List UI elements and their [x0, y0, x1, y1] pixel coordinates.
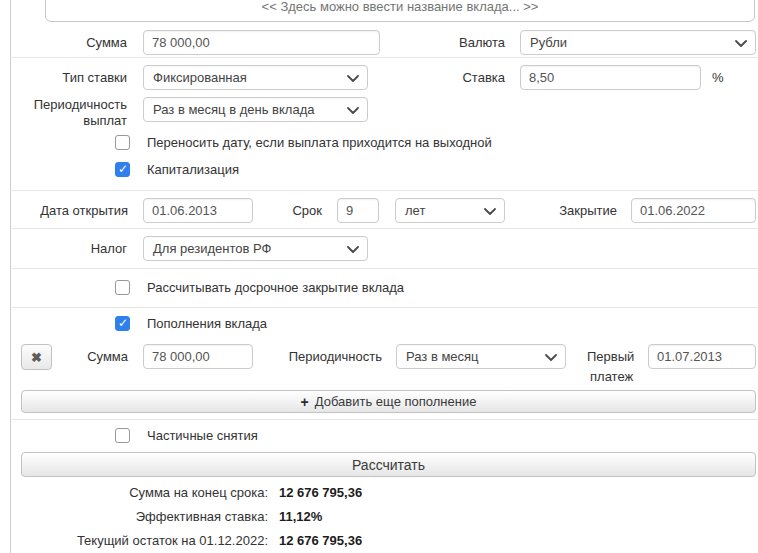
- chevron-down-icon: [545, 354, 557, 362]
- section-divider: [10, 268, 758, 269]
- remove-replenishment-button[interactable]: ✖: [21, 344, 52, 370]
- payout-frequency-select[interactable]: Раз в месяц в день вклада: [143, 97, 368, 122]
- section-divider: [10, 57, 758, 58]
- result-effective-rate-value: 11,12%: [279, 509, 322, 524]
- capitalization-checkbox[interactable]: [115, 162, 130, 177]
- add-replenishment-button[interactable]: + Добавить еще пополнение: [21, 390, 756, 413]
- replenishments-label: Пополнения вклада: [147, 316, 267, 332]
- close-date-input[interactable]: [631, 198, 756, 223]
- add-replenishment-label: Добавить еще пополнение: [315, 394, 477, 409]
- chevron-down-icon: [347, 246, 359, 254]
- early-closure-label: Рассчитывать досрочное закрытие вклада: [147, 280, 404, 296]
- result-current-balance-value: 12 676 795,36: [279, 533, 362, 548]
- tax-select-value: Для резидентов РФ: [153, 241, 271, 256]
- rate-label: Ставка: [420, 70, 505, 86]
- replenishment-sum-label: Сумма: [60, 349, 128, 365]
- section-divider: [10, 190, 758, 191]
- deposit-calculator-form: Сумма Валюта Рубли Тип ставки Фиксирован…: [0, 0, 758, 553]
- payout-frequency-select-value: Раз в месяц в день вклада: [153, 102, 314, 117]
- result-final-sum-value: 12 676 795,36: [279, 485, 362, 500]
- term-unit-select-value: лет: [405, 203, 425, 218]
- replenishments-checkbox[interactable]: [115, 316, 130, 331]
- open-date-input[interactable]: [143, 198, 253, 223]
- tax-label: Налог: [0, 241, 127, 257]
- result-effective-rate-label: Эффективная ставка:: [0, 509, 268, 524]
- deposit-name-input[interactable]: [45, 0, 755, 22]
- payout-frequency-label-line1: Периодичность: [0, 97, 127, 113]
- currency-select-value: Рубли: [530, 35, 567, 50]
- currency-select[interactable]: Рубли: [520, 30, 756, 55]
- chevron-down-icon: [735, 40, 747, 48]
- currency-label: Валюта: [420, 35, 505, 51]
- partial-withdrawals-label: Частичные снятия: [147, 428, 258, 444]
- replenishment-frequency-select[interactable]: Раз в месяц: [396, 344, 566, 369]
- percent-sign: %: [712, 70, 724, 86]
- term-unit-select[interactable]: лет: [395, 198, 505, 223]
- plus-icon: +: [301, 394, 309, 410]
- early-closure-checkbox[interactable]: [115, 280, 130, 295]
- sum-label: Сумма: [0, 35, 127, 51]
- remove-icon: ✖: [31, 350, 42, 365]
- capitalization-label: Капитализация: [147, 162, 239, 178]
- tax-select[interactable]: Для резидентов РФ: [143, 236, 368, 261]
- calculate-label: Рассчитать: [352, 457, 425, 473]
- section-divider: [10, 228, 758, 229]
- open-date-label: Дата открытия: [0, 203, 128, 219]
- term-label: Срок: [262, 203, 322, 219]
- first-payment-input[interactable]: [648, 344, 756, 369]
- rate-type-label: Тип ставки: [0, 70, 127, 86]
- rate-input[interactable]: [520, 65, 701, 90]
- close-date-label: Закрытие: [540, 203, 617, 219]
- weekend-shift-checkbox[interactable]: [115, 135, 130, 150]
- chevron-down-icon: [347, 75, 359, 83]
- rate-type-select[interactable]: Фиксированная: [143, 65, 368, 90]
- first-payment-label-line1: Первый: [587, 349, 634, 365]
- replenishment-sum-input[interactable]: [143, 344, 253, 369]
- result-final-sum-label: Сумма на конец срока:: [0, 485, 268, 500]
- section-divider: [10, 419, 758, 420]
- payout-frequency-label-line2: выплат: [0, 113, 127, 129]
- weekend-shift-label: Переносить дату, если выплата приходится…: [147, 135, 492, 151]
- chevron-down-icon: [484, 208, 496, 216]
- result-current-balance-label: Текущий остаток на 01.12.2022:: [0, 533, 268, 548]
- rate-type-select-value: Фиксированная: [153, 70, 247, 85]
- section-divider: [10, 307, 758, 308]
- first-payment-label-line2: платеж: [590, 369, 633, 385]
- partial-withdrawals-checkbox[interactable]: [115, 428, 130, 443]
- replenishment-frequency-label: Периодичность: [280, 349, 382, 365]
- calculate-button[interactable]: Рассчитать: [21, 452, 756, 477]
- chevron-down-icon: [347, 107, 359, 115]
- sum-input[interactable]: [143, 30, 380, 55]
- replenishment-frequency-select-value: Раз в месяц: [406, 349, 479, 364]
- term-input[interactable]: [337, 198, 379, 223]
